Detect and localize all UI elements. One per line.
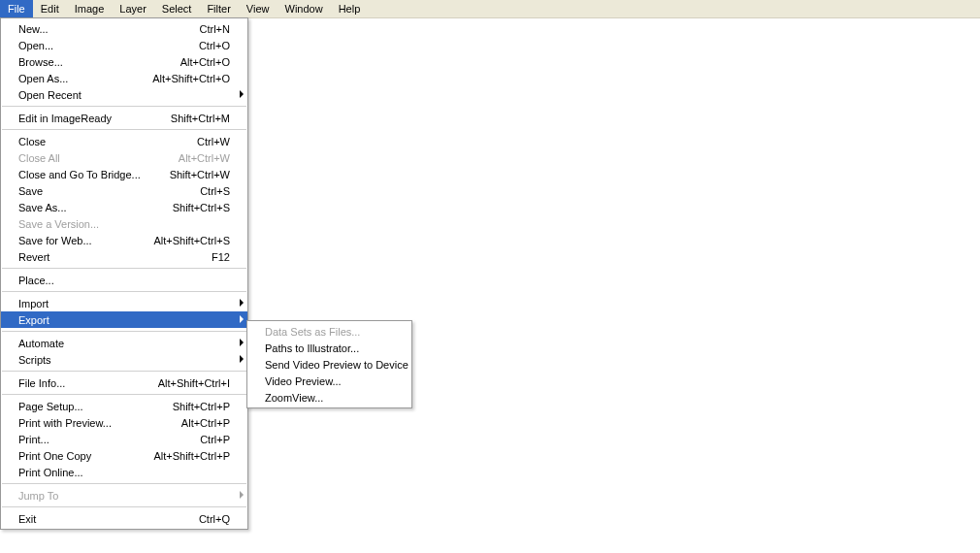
menu-item-label: Import [18, 298, 230, 309]
submenu-arrow-icon [240, 315, 244, 323]
menu-item-save-as[interactable]: Save As...Shift+Ctrl+S [1, 199, 247, 215]
menu-item-export[interactable]: Export [1, 311, 247, 328]
menu-item-label: Save a Version... [18, 218, 230, 230]
menu-item-label: Print... [18, 434, 184, 445]
menu-item-page-setup[interactable]: Page Setup...Shift+Ctrl+P [1, 398, 247, 414]
menu-item-label: Exit [18, 513, 183, 525]
menu-item-save-for-web[interactable]: Save for Web...Alt+Shift+Ctrl+S [1, 232, 247, 248]
menu-item-revert[interactable]: RevertF12 [1, 248, 247, 265]
menu-item-shortcut: Shift+Ctrl+M [171, 113, 230, 124]
menu-item-label: Open As... [18, 73, 137, 84]
menu-item-label: Browse... [18, 56, 165, 68]
menu-item-shortcut: Alt+Shift+Ctrl+I [158, 377, 230, 389]
menu-separator [2, 331, 246, 332]
menu-item-label: Edit in ImageReady [18, 113, 155, 124]
menu-item-paths-to-illustrator[interactable]: Paths to Illustrator... [247, 340, 411, 356]
menu-item-shortcut: Alt+Shift+Ctrl+S [153, 235, 230, 246]
menu-item-label: Jump To [18, 490, 230, 502]
menu-item-label: Open... [18, 40, 183, 51]
menubar-item-edit[interactable]: Edit [33, 0, 67, 17]
menu-item-print[interactable]: Print...Ctrl+P [1, 431, 247, 447]
menu-item-label: Close All [18, 152, 163, 164]
menu-item-shortcut: Shift+Ctrl+S [173, 202, 230, 213]
menu-item-scripts[interactable]: Scripts [1, 351, 247, 368]
submenu-arrow-icon [240, 355, 244, 363]
menubar-item-file[interactable]: File [0, 0, 33, 17]
menu-item-label: Print One Copy [18, 450, 138, 462]
menu-item-print-one-copy[interactable]: Print One CopyAlt+Shift+Ctrl+P [1, 447, 247, 464]
menu-item-open-as[interactable]: Open As...Alt+Shift+Ctrl+O [1, 70, 247, 86]
menubar-item-image[interactable]: Image [67, 0, 113, 17]
menu-item-label: Print Online... [18, 467, 230, 478]
menu-separator [2, 506, 246, 507]
menu-item-label: Save As... [18, 202, 157, 213]
menu-item-label: Print with Preview... [18, 417, 166, 429]
menu-item-save[interactable]: SaveCtrl+S [1, 182, 247, 199]
menu-item-zoomview[interactable]: ZoomView... [247, 389, 411, 406]
menu-item-label: Video Preview... [265, 375, 394, 387]
menu-item-exit[interactable]: ExitCtrl+Q [1, 510, 247, 527]
menu-item-edit-in-imageready[interactable]: Edit in ImageReadyShift+Ctrl+M [1, 110, 247, 126]
menu-item-shortcut: Alt+Ctrl+P [181, 417, 230, 429]
menu-separator [2, 106, 246, 107]
submenu-arrow-icon [240, 299, 244, 307]
menu-item-new[interactable]: New...Ctrl+N [1, 20, 247, 37]
menubar-item-window[interactable]: Window [278, 0, 331, 17]
menu-separator [2, 483, 246, 484]
submenu-arrow-icon [240, 491, 244, 499]
menu-item-jump-to: Jump To [1, 487, 247, 504]
menu-item-shortcut: Shift+Ctrl+W [170, 169, 230, 180]
menubar-item-filter[interactable]: Filter [199, 0, 238, 17]
menu-item-shortcut: Ctrl+O [199, 40, 230, 51]
export-submenu-dropdown: Data Sets as Files...Paths to Illustrato… [246, 320, 412, 408]
menu-item-label: Send Video Preview to Device [265, 359, 408, 371]
menu-item-close-and-go-to-bridge[interactable]: Close and Go To Bridge...Shift+Ctrl+W [1, 166, 247, 182]
menu-item-send-video-preview-to-device[interactable]: Send Video Preview to Device [247, 356, 411, 373]
submenu-arrow-icon [240, 90, 244, 98]
menu-item-video-preview[interactable]: Video Preview... [247, 373, 411, 389]
menu-item-shortcut: Ctrl+P [200, 434, 230, 445]
menu-item-close-all: Close AllAlt+Ctrl+W [1, 149, 247, 166]
submenu-arrow-icon [240, 339, 244, 346]
menu-item-save-a-version: Save a Version... [1, 215, 247, 232]
menu-item-shortcut: Alt+Shift+Ctrl+O [152, 73, 230, 84]
menu-item-label: Automate [18, 338, 230, 349]
menu-item-automate[interactable]: Automate [1, 335, 247, 351]
menu-item-shortcut: Ctrl+S [200, 185, 230, 197]
menu-item-file-info[interactable]: File Info...Alt+Shift+Ctrl+I [1, 374, 247, 391]
menu-item-label: Save for Web... [18, 235, 138, 246]
menubar-item-help[interactable]: Help [331, 0, 369, 17]
menu-item-label: Open Recent [18, 89, 230, 101]
menu-item-print-online[interactable]: Print Online... [1, 464, 247, 480]
menu-item-open[interactable]: Open...Ctrl+O [1, 37, 247, 53]
menu-separator [2, 394, 246, 395]
menu-separator [2, 371, 246, 372]
menu-item-label: Paths to Illustrator... [265, 342, 394, 354]
menu-item-print-with-preview[interactable]: Print with Preview...Alt+Ctrl+P [1, 414, 247, 431]
menu-item-import[interactable]: Import [1, 295, 247, 311]
menu-item-open-recent[interactable]: Open Recent [1, 86, 247, 103]
menu-item-label: File Info... [18, 377, 143, 389]
menu-item-label: Export [18, 314, 230, 326]
menubar-item-layer[interactable]: Layer [112, 0, 154, 17]
menu-item-shortcut: Alt+Shift+Ctrl+P [153, 450, 230, 462]
menu-item-label: Page Setup... [18, 401, 157, 412]
menubar-item-select[interactable]: Select [154, 0, 200, 17]
menu-item-label: Close [18, 136, 181, 147]
menu-item-place[interactable]: Place... [1, 272, 247, 288]
file-menu-dropdown: New...Ctrl+NOpen...Ctrl+OBrowse...Alt+Ct… [0, 17, 248, 530]
menu-item-shortcut: F12 [212, 251, 230, 263]
menu-separator [2, 268, 246, 269]
menu-item-label: New... [18, 23, 184, 35]
menu-item-shortcut: Shift+Ctrl+P [173, 401, 230, 412]
menu-item-label: Data Sets as Files... [265, 326, 394, 338]
menu-separator [2, 129, 246, 130]
menu-item-browse[interactable]: Browse...Alt+Ctrl+O [1, 53, 247, 70]
menubar-item-view[interactable]: View [239, 0, 278, 17]
menu-item-label: Close and Go To Bridge... [18, 169, 154, 180]
menu-item-close[interactable]: CloseCtrl+W [1, 133, 247, 149]
menu-item-label: Save [18, 185, 184, 197]
menu-item-data-sets-as-files: Data Sets as Files... [247, 323, 411, 340]
menu-separator [2, 291, 246, 292]
menu-item-shortcut: Ctrl+N [200, 23, 230, 35]
